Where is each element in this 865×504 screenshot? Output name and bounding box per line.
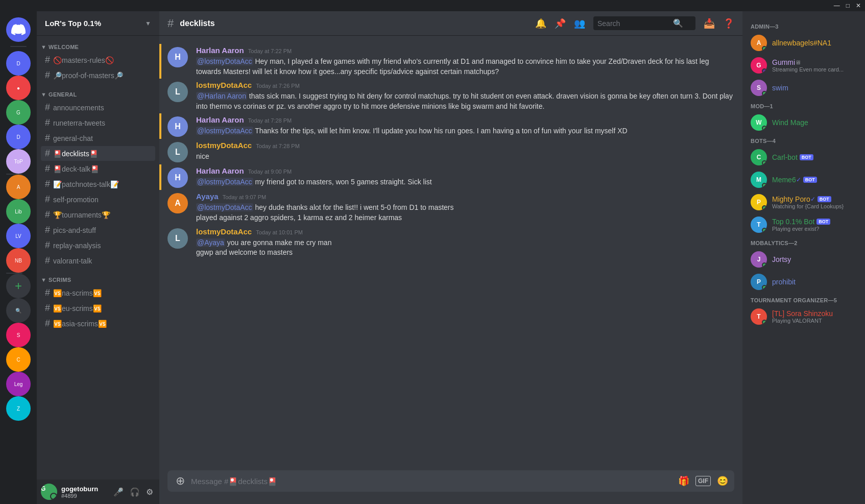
server-icon-lor-top[interactable]: ToP — [6, 149, 31, 174]
message-mention[interactable]: @lostmyDotaAcc — [196, 57, 253, 65]
inbox-icon[interactable]: 📥 — [704, 18, 715, 29]
channel-item-replayanalysis[interactable]: #replay-analysis — [41, 238, 155, 253]
message-header: Harlan AaronToday at 7:28 PM — [196, 115, 734, 124]
channel-item-tournaments[interactable]: #🏆tournaments🏆 — [41, 207, 155, 222]
pin-icon[interactable]: 📌 — [555, 18, 566, 29]
titlebar: — □ ✕ — [0, 0, 865, 11]
member-item-mighty-poro[interactable]: PMighty Poro ✓BOTWatching for {Card Look… — [747, 191, 861, 213]
search-input[interactable] — [597, 19, 669, 28]
channel-item-generalchat[interactable]: #general-chat — [41, 131, 155, 146]
channel-item-picsandstuff[interactable]: #pics-and-stuff — [41, 223, 155, 237]
server-icon-explore[interactable]: 🔍 — [6, 298, 31, 323]
channel-item-announcements[interactable]: #announcements — [41, 100, 155, 115]
message-author[interactable]: lostmyDotaAcc — [196, 227, 252, 236]
server-icon-con[interactable]: C — [6, 347, 31, 372]
channel-name-label: replay-analysis — [53, 242, 151, 250]
member-item-carl-bot[interactable]: CCarl-botBOT — [747, 146, 861, 169]
member-info: Meme6 ✓BOT — [772, 176, 857, 184]
channel-item-asiascrims[interactable]: #🆚asia-scrims🆚 — [41, 316, 155, 331]
message-author[interactable]: lostmyDotaAcc — [196, 141, 252, 150]
user-info: gogetoburn #4899 — [61, 485, 107, 499]
member-avatar: J — [751, 251, 767, 268]
bell-icon[interactable]: 🔔 — [535, 18, 546, 29]
member-avatar: W — [751, 114, 767, 131]
member-item-prohibit[interactable]: Pprohibit — [747, 271, 861, 293]
channel-item-proofofmasters[interactable]: #🔎proof-of-masters🔎 — [41, 68, 155, 83]
discord-home-button[interactable] — [6, 17, 31, 42]
channel-item-euscrims[interactable]: #🆚eu-scrims🆚 — [41, 301, 155, 316]
mute-button[interactable]: 🎤 — [111, 485, 126, 499]
message-author[interactable]: Ayaya — [196, 192, 219, 201]
channel-item-nascrims[interactable]: #🆚na-scrims🆚 — [41, 285, 155, 300]
members-icon[interactable]: 👥 — [574, 18, 585, 29]
message-mention[interactable]: @lostmyDotaAcc — [196, 178, 253, 186]
server-icon-add[interactable]: + — [6, 274, 31, 298]
members-category-tournament-organizer-5: TOURNAMENT ORGANIZER—5 — [747, 293, 861, 305]
member-item-gummi[interactable]: GGummi🖥Streaming Even more card... — [747, 54, 861, 77]
member-item-jortsy[interactable]: JJortsy — [747, 248, 861, 271]
gift-icon[interactable]: 🎁 — [678, 475, 689, 487]
category-welcome[interactable]: ▼ WELCOME — [37, 36, 159, 52]
message-author[interactable]: lostmyDotaAcc — [196, 81, 252, 89]
headset-button[interactable]: 🎧 — [128, 485, 142, 499]
message-avatar: L — [167, 228, 188, 249]
maximize-button[interactable]: □ — [846, 2, 850, 9]
message-author[interactable]: Harlan Aaron — [196, 46, 244, 55]
server-icon-lib[interactable]: Lib — [6, 199, 31, 224]
member-item-swim[interactable]: Sswim — [747, 77, 861, 99]
close-button[interactable]: ✕ — [856, 2, 861, 9]
member-item-top-0.1%-bot[interactable]: TTop 0.1% BotBOTPlaying ever exist? — [747, 213, 861, 236]
hash-icon: # — [45, 133, 50, 143]
member-info: [TL] Sora ShinzokuPlaying VALORANT — [772, 309, 857, 324]
message-mention[interactable]: @lostmyDotaAcc — [196, 203, 253, 211]
server-icon-red-circle[interactable]: ● — [6, 76, 31, 100]
category-scrims[interactable]: ▼ SCRIMS — [37, 269, 159, 285]
hash-icon: # — [45, 240, 50, 251]
member-name-row: swim — [772, 84, 857, 92]
server-icon-nb[interactable]: NB — [6, 248, 31, 273]
member-item-allnewbagels#na1[interactable]: Aallnewbagels#NA1 — [747, 32, 861, 54]
member-item-wind-mage[interactable]: WWind Mage — [747, 111, 861, 134]
hash-icon: # — [45, 209, 50, 220]
chevron-icon: ▼ — [41, 44, 46, 50]
message-header: Harlan AaronToday at 7:22 PM — [196, 46, 734, 55]
channel-item-decklists[interactable]: #🎴decklists🎴👤+ — [41, 146, 155, 161]
member-item-[tl]-sora-shinzoku[interactable]: T[TL] Sora ShinzokuPlaying VALORANT — [747, 305, 861, 328]
server-icon-leg[interactable]: Leg — [6, 372, 31, 396]
minimize-button[interactable]: — — [834, 2, 840, 9]
help-icon[interactable]: ❓ — [723, 18, 734, 29]
message-author[interactable]: Harlan Aaron — [196, 166, 244, 175]
channel-item-selfpromotion[interactable]: #self-promotion — [41, 192, 155, 207]
status-dot — [762, 160, 767, 165]
emoji-button[interactable]: 😊 — [717, 475, 728, 487]
search-box[interactable]: 🔍 — [593, 16, 695, 30]
channel-item-mastersrules[interactable]: #🚫masters-rules🚫 — [41, 53, 155, 67]
message-mention[interactable]: @Ayaya — [196, 238, 225, 247]
server-icon-lv[interactable]: LV — [6, 224, 31, 248]
server-header[interactable]: LoR's Top 0.1% ▼ — [37, 11, 159, 36]
message-author[interactable]: Harlan Aaron — [196, 115, 244, 124]
message-avatar: H — [167, 116, 188, 137]
category-general[interactable]: ▼ GENERAL — [37, 83, 159, 100]
message-input[interactable] — [187, 471, 678, 492]
server-icon-avatar1[interactable]: A — [6, 175, 31, 199]
settings-button[interactable]: ⚙ — [144, 485, 155, 499]
member-info: swim — [772, 84, 857, 92]
channel-name-label: 🆚na-scrims🆚 — [53, 289, 151, 297]
channel-item-patchnotestalk[interactable]: #📝patchnotes-talk📝 — [41, 177, 155, 191]
channel-item-valoranttalk[interactable]: #valorant-talk — [41, 253, 155, 268]
gif-button[interactable]: GIF — [695, 476, 711, 486]
server-icon-z[interactable]: Z — [6, 396, 31, 421]
channel-item-decktalk[interactable]: #🎴deck-talk🎴 — [41, 161, 155, 176]
server-icon-discord[interactable]: D — [6, 51, 31, 76]
user-name: gogetoburn — [61, 485, 107, 493]
server-icon-g01[interactable]: G — [6, 100, 31, 125]
server-icon-sea-avatar[interactable]: S — [6, 323, 31, 347]
add-attachment-button[interactable]: ⊕ — [174, 470, 187, 492]
message-mention[interactable]: @lostmyDotaAcc — [196, 127, 253, 135]
server-icon-d02[interactable]: D — [6, 125, 31, 149]
member-item-meme6[interactable]: MMeme6 ✓BOT — [747, 169, 861, 191]
message-mention[interactable]: @Harlan Aaron — [196, 92, 247, 100]
channel-item-runeterratweets[interactable]: #runeterra-tweets — [41, 115, 155, 130]
member-name-row: Mighty Poro ✓BOT — [772, 195, 857, 203]
